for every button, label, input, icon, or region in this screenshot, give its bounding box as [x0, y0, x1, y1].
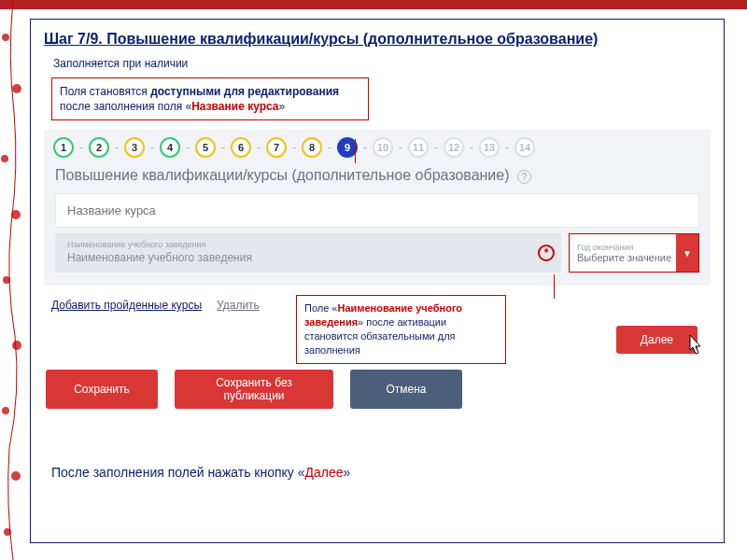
connector-line: [554, 274, 555, 299]
step-12: 12: [444, 137, 464, 158]
top-red-bar: [0, 0, 747, 9]
svg-point-6: [2, 407, 9, 414]
save-draft-button[interactable]: Сохранить без публикации: [175, 370, 333, 409]
step-separator: -: [221, 141, 225, 154]
callout-fields-editable: Поля становятся доступными для редактиро…: [51, 77, 369, 120]
step-4[interactable]: 4: [160, 137, 180, 158]
cancel-button[interactable]: Отмена: [350, 370, 462, 409]
step-separator: -: [434, 141, 438, 154]
step-5[interactable]: 5: [195, 137, 216, 158]
step-indicator: 1-2-3-4-5-6-7-8-9-10-11-12-13-14: [49, 137, 705, 167]
svg-point-1: [12, 84, 21, 93]
year-label: Год окончания: [577, 243, 676, 252]
callout-required-field: Поле «Наименование учебного заведения» п…: [296, 295, 506, 363]
svg-point-5: [12, 341, 21, 350]
graduation-year-select[interactable]: Год окончания Выберите значение ▼: [569, 233, 699, 273]
callout-text: Поля становятся: [60, 85, 150, 98]
help-icon[interactable]: ?: [517, 170, 531, 184]
stepper-container: 1-2-3-4-5-6-7-8-9-10-11-12-13-14 Повышен…: [44, 130, 711, 286]
step-1[interactable]: 1: [53, 137, 74, 158]
institution-field[interactable]: Наименование учебного заведения Наименов…: [55, 233, 561, 273]
step-separator: -: [115, 141, 119, 154]
step-8[interactable]: 8: [302, 137, 322, 158]
main-panel: Шаг 7/9. Повышение квалификации/курсы (д…: [30, 19, 725, 543]
page-title: Шаг 7/9. Повышение квалификации/курсы (д…: [44, 31, 711, 48]
svg-point-0: [2, 34, 9, 41]
chevron-down-icon: ▼: [676, 234, 698, 272]
step-14: 14: [514, 137, 535, 158]
bottom-suffix: »: [344, 465, 351, 480]
course-name-card: [55, 193, 699, 228]
bottom-prefix: После заполнения полей нажать кнопку «: [51, 465, 305, 480]
step-2[interactable]: 2: [89, 137, 109, 158]
step-separator: -: [186, 141, 190, 154]
action-button-row: Сохранить Сохранить без публикации Отмен…: [46, 370, 711, 409]
next-button[interactable]: Далее: [616, 326, 698, 354]
callout-bold-2: Название курса: [191, 100, 278, 113]
sub-note: Заполняется при наличии: [53, 57, 711, 70]
step-10: 10: [373, 137, 393, 158]
svg-point-8: [4, 528, 11, 536]
institution-label: Наименование учебного заведения: [67, 240, 532, 249]
save-button[interactable]: Сохранить: [46, 370, 158, 409]
bottom-instruction: После заполнения полей нажать кнопку «Да…: [51, 465, 711, 480]
svg-point-4: [3, 276, 10, 284]
step-separator: -: [399, 141, 402, 154]
section-title-text: Повышение квалификации/курсы (дополнител…: [55, 167, 510, 183]
add-courses-link[interactable]: Добавить пройденные курсы: [51, 299, 202, 312]
institution-value: Наименование учебного заведения: [67, 251, 532, 264]
step-11: 11: [408, 137, 429, 158]
svg-point-7: [11, 471, 21, 481]
callout-bold-1: доступными для редактирования: [150, 85, 339, 98]
delete-link[interactable]: Удалить: [217, 299, 260, 312]
svg-point-2: [1, 155, 8, 162]
step-3[interactable]: 3: [124, 137, 145, 158]
step-separator: -: [257, 141, 261, 154]
step-6[interactable]: 6: [231, 137, 251, 158]
connector-line: [355, 139, 356, 163]
step-separator: -: [470, 141, 473, 154]
callout2-prefix: Поле «: [304, 302, 338, 314]
svg-point-3: [11, 210, 21, 219]
step-separator: -: [363, 141, 367, 154]
callout-mid: после заполнения поля «: [60, 100, 191, 113]
step-13: 13: [479, 137, 500, 158]
bottom-bold: Далее: [305, 465, 344, 480]
step-separator: -: [505, 141, 509, 154]
step-separator: -: [150, 141, 154, 154]
required-asterisk-icon: *: [538, 245, 555, 261]
step-separator: -: [79, 141, 83, 154]
step-separator: -: [292, 141, 296, 154]
course-name-input[interactable]: [56, 194, 698, 227]
step-7[interactable]: 7: [266, 137, 287, 158]
year-value: Выберите значение: [577, 252, 676, 263]
callout-suffix: »: [278, 100, 285, 113]
step-separator: -: [328, 141, 331, 154]
floral-decoration: [0, 0, 22, 560]
section-title: Повышение квалификации/курсы (дополнител…: [49, 167, 705, 188]
